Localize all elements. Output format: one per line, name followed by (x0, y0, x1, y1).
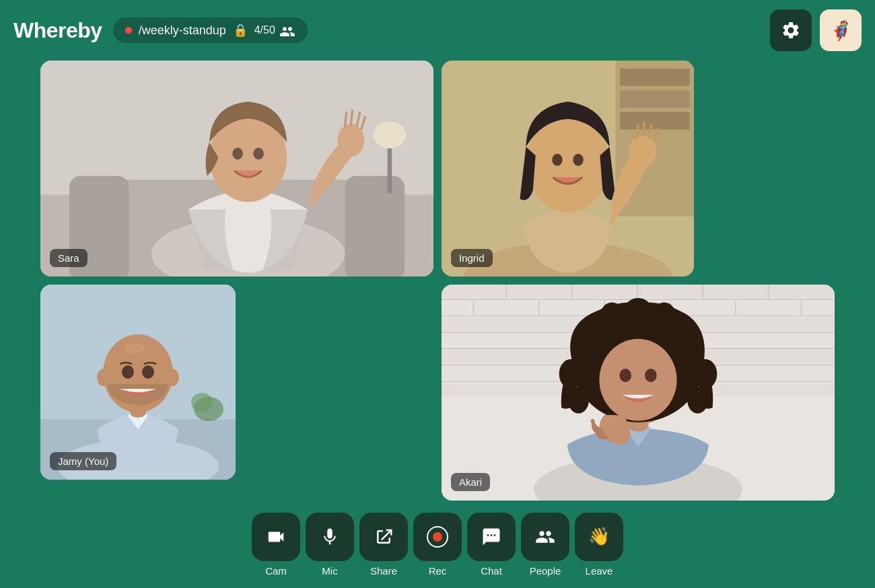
svg-point-21 (552, 154, 563, 166)
avatar-emoji: 🦸 (829, 20, 853, 42)
svg-rect-38 (442, 285, 835, 298)
sara-video-overlay (40, 61, 433, 277)
cam-button[interactable]: Cam (252, 513, 300, 577)
people-icon (535, 527, 555, 547)
rec-label: Rec (429, 565, 447, 577)
svg-point-72 (687, 387, 708, 414)
people-button[interactable]: People (521, 513, 569, 577)
video-cell-ingrid: Ingrid (442, 61, 835, 277)
share-label: Share (370, 565, 397, 577)
svg-point-23 (629, 135, 656, 167)
leave-label: Leave (586, 565, 613, 577)
svg-rect-15 (620, 69, 689, 86)
people-icon-header (279, 24, 295, 37)
svg-point-27 (191, 393, 213, 412)
jamy-person-figure (40, 285, 236, 480)
svg-point-76 (619, 369, 631, 382)
sara-label: Sara (50, 249, 88, 267)
ingrid-person-figure (442, 61, 694, 277)
rec-icon-outer (427, 526, 448, 548)
svg-point-73 (600, 303, 624, 330)
ingrid-label: Ingrid (451, 249, 493, 267)
rec-button[interactable]: Rec (413, 513, 462, 577)
header-right: 🦸 (770, 9, 862, 51)
participant-count: 4/50 (254, 24, 295, 37)
svg-point-74 (625, 298, 652, 322)
share-button[interactable]: Share (359, 513, 408, 577)
mic-icon (320, 527, 340, 547)
share-icon (374, 527, 394, 547)
chat-label: Chat (481, 565, 502, 577)
toolbar: Cam Mic Share Rec (0, 507, 875, 588)
room-info: /weekly-standup 🔒 4/50 (113, 17, 308, 43)
svg-point-22 (573, 154, 584, 166)
video-tile-akari: Akari (442, 285, 835, 501)
wave-hand-icon: 👋 (588, 526, 610, 547)
people-label: People (530, 565, 561, 577)
svg-point-32 (122, 365, 134, 379)
chat-icon-wrap (467, 513, 516, 561)
share-icon-wrap (359, 513, 408, 561)
leave-icon-wrap: 👋 (575, 513, 623, 561)
svg-point-35 (166, 369, 179, 386)
video-cell-jamy: Jamy (You) (40, 285, 433, 501)
user-avatar-button[interactable]: 🦸 (820, 9, 862, 51)
svg-point-5 (374, 122, 407, 149)
gear-icon (781, 20, 801, 40)
header: Whereby /weekly-standup 🔒 4/50 🦸 (0, 0, 875, 61)
svg-rect-16 (620, 90, 689, 108)
akari-person-figure (442, 285, 835, 501)
svg-rect-6 (388, 149, 392, 193)
svg-point-34 (97, 369, 110, 386)
akari-label: Akari (451, 473, 490, 491)
svg-point-33 (142, 365, 154, 379)
video-tile-jamy: Jamy (You) (40, 285, 236, 480)
header-left: Whereby /weekly-standup 🔒 4/50 (13, 17, 308, 43)
svg-rect-17 (620, 112, 689, 129)
room-status-dot (125, 27, 132, 34)
svg-point-67 (573, 332, 600, 365)
svg-rect-4 (345, 176, 405, 277)
video-tile-sara: Sara (40, 61, 433, 277)
svg-point-77 (645, 369, 657, 382)
svg-point-69 (568, 387, 589, 414)
video-grid: Sara (0, 61, 875, 501)
svg-point-31 (125, 343, 145, 354)
lock-icon: 🔒 (233, 23, 248, 38)
ingrid-video-overlay (442, 61, 694, 277)
people-icon-wrap (521, 513, 569, 561)
mic-button[interactable]: Mic (306, 513, 354, 577)
cam-icon-wrap (252, 513, 300, 561)
svg-point-66 (599, 339, 676, 421)
svg-point-10 (232, 148, 242, 160)
svg-point-11 (253, 148, 263, 160)
chat-icon (481, 527, 501, 547)
rec-dot-icon (433, 532, 442, 542)
rec-icon-wrap (413, 513, 462, 561)
settings-button[interactable] (770, 9, 812, 51)
jamy-video-overlay (40, 285, 236, 480)
cam-label: Cam (265, 565, 287, 577)
chat-button[interactable]: Chat (467, 513, 516, 577)
svg-point-71 (693, 359, 717, 389)
video-tile-ingrid: Ingrid (442, 61, 694, 277)
svg-point-75 (652, 303, 676, 330)
leave-button[interactable]: 👋 Leave (575, 513, 623, 577)
sara-person-figure (40, 61, 433, 277)
svg-point-70 (677, 332, 704, 365)
svg-point-68 (559, 359, 583, 389)
room-name: /weekly-standup (139, 24, 226, 38)
camera-icon (266, 527, 286, 547)
logo: Whereby (13, 18, 102, 43)
jamy-label: Jamy (You) (50, 452, 116, 470)
akari-video-overlay (442, 285, 835, 501)
mic-icon-wrap (306, 513, 354, 561)
mic-label: Mic (322, 565, 337, 577)
